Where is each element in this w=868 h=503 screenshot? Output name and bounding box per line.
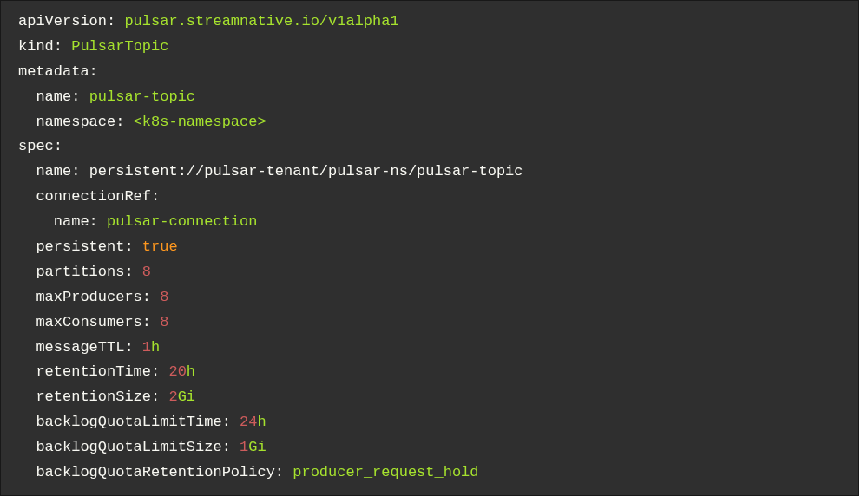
val-partitions: 8 xyxy=(142,264,151,280)
val-metadata-name: pulsar-topic xyxy=(89,88,195,105)
line-persistent: persistent: true xyxy=(18,235,841,260)
val-messageTTL-num: 1 xyxy=(142,339,151,356)
line-retentionTime: retentionTime: 20h xyxy=(18,360,841,385)
key-maxConsumers: maxConsumers: xyxy=(36,314,151,330)
line-maxProducers: maxProducers: 8 xyxy=(18,285,841,310)
key-metadata-name: name: xyxy=(36,88,80,105)
line-metadata-name: name: pulsar-topic xyxy=(18,85,841,110)
key-apiVersion: apiVersion: xyxy=(18,13,115,29)
line-retentionSize: retentionSize: 2Gi xyxy=(18,385,841,410)
val-backlogQuotaLimitSize-unit: Gi xyxy=(248,439,266,455)
val-retentionTime-num: 20 xyxy=(168,363,186,380)
line-connectionRef: connectionRef: xyxy=(18,185,841,210)
line-kind: kind: PulsarTopic xyxy=(18,35,841,60)
line-spec-name: name: persistent://pulsar-tenant/pulsar-… xyxy=(18,160,841,185)
val-messageTTL-unit: h xyxy=(151,339,160,356)
val-connectionRef-name: pulsar-connection xyxy=(107,213,257,230)
line-messageTTL: messageTTL: 1h xyxy=(18,336,841,361)
val-persistent: true xyxy=(142,238,178,255)
line-metadata-namespace: namespace: <k8s-namespace> xyxy=(18,110,841,135)
line-backlogQuotaLimitSize: backlogQuotaLimitSize: 1Gi xyxy=(18,435,841,461)
key-partitions: partitions: xyxy=(36,264,133,280)
line-partitions: partitions: 8 xyxy=(18,260,841,285)
key-backlogQuotaLimitSize: backlogQuotaLimitSize: xyxy=(36,439,230,455)
key-messageTTL: messageTTL: xyxy=(36,339,133,356)
val-maxConsumers: 8 xyxy=(160,314,168,330)
line-backlogQuotaLimitTime: backlogQuotaLimitTime: 24h xyxy=(18,410,841,435)
val-retentionSize-num: 2 xyxy=(168,389,177,405)
val-backlogQuotaRetentionPolicy: producer_request_hold xyxy=(293,464,478,480)
key-retentionSize: retentionSize: xyxy=(36,389,160,405)
val-spec-name: persistent://pulsar-tenant/pulsar-ns/pul… xyxy=(89,163,523,180)
key-connectionRef-name: name: xyxy=(54,213,98,230)
line-metadata: metadata: xyxy=(18,60,841,85)
val-backlogQuotaLimitSize-num: 1 xyxy=(240,439,248,455)
key-metadata-namespace: namespace: xyxy=(36,114,124,130)
key-spec: spec: xyxy=(18,138,62,154)
val-kind: PulsarTopic xyxy=(71,38,168,55)
val-backlogQuotaLimitTime-num: 24 xyxy=(240,414,257,430)
val-maxProducers: 8 xyxy=(160,289,168,305)
key-metadata: metadata: xyxy=(18,63,98,80)
line-connectionRef-name: name: pulsar-connection xyxy=(18,210,841,235)
val-backlogQuotaLimitTime-unit: h xyxy=(257,414,266,430)
line-maxConsumers: maxConsumers: 8 xyxy=(18,310,841,336)
key-connectionRef: connectionRef: xyxy=(36,188,160,205)
val-retentionSize-unit: Gi xyxy=(178,389,195,405)
val-apiVersion: pulsar.streamnative.io/v1alpha1 xyxy=(124,13,398,29)
line-apiVersion: apiVersion: pulsar.streamnative.io/v1alp… xyxy=(18,10,841,35)
key-spec-name: name: xyxy=(36,163,80,180)
key-backlogQuotaRetentionPolicy: backlogQuotaRetentionPolicy: xyxy=(36,464,284,480)
yaml-code-block: apiVersion: pulsar.streamnative.io/v1alp… xyxy=(0,0,859,496)
key-persistent: persistent: xyxy=(36,238,133,255)
val-retentionTime-unit: h xyxy=(187,363,195,380)
val-metadata-namespace: <k8s-namespace> xyxy=(134,114,266,130)
key-maxProducers: maxProducers: xyxy=(36,289,151,305)
key-retentionTime: retentionTime: xyxy=(36,363,160,380)
key-backlogQuotaLimitTime: backlogQuotaLimitTime: xyxy=(36,414,230,430)
key-kind: kind: xyxy=(18,38,62,55)
line-backlogQuotaRetentionPolicy: backlogQuotaRetentionPolicy: producer_re… xyxy=(18,461,841,486)
line-spec: spec: xyxy=(18,134,841,160)
